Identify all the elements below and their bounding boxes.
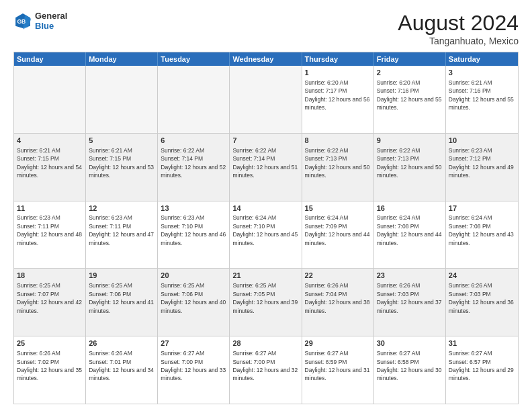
title-block: August 2024 Tanganhuato, Mexico bbox=[398, 11, 519, 46]
cell-info: Sunrise: 6:20 AMSunset: 7:17 PMDaylight:… bbox=[305, 79, 370, 111]
cell-info: Sunrise: 6:26 AMSunset: 7:03 PMDaylight:… bbox=[449, 282, 514, 314]
empty-cell bbox=[230, 66, 302, 133]
day-cell-8: 8Sunrise: 6:22 AMSunset: 7:13 PMDaylight… bbox=[302, 134, 374, 201]
day-cell-2: 2Sunrise: 6:20 AMSunset: 7:16 PMDaylight… bbox=[374, 66, 446, 133]
header-day-wednesday: Wednesday bbox=[230, 52, 302, 66]
logo: GB General Blue bbox=[13, 11, 67, 31]
day-cell-20: 20Sunrise: 6:25 AMSunset: 7:06 PMDayligh… bbox=[158, 269, 230, 336]
day-cell-19: 19Sunrise: 6:25 AMSunset: 7:06 PMDayligh… bbox=[86, 269, 158, 336]
day-number: 8 bbox=[305, 136, 371, 146]
day-number: 2 bbox=[377, 68, 443, 78]
cell-info: Sunrise: 6:22 AMSunset: 7:13 PMDaylight:… bbox=[305, 147, 370, 179]
day-cell-15: 15Sunrise: 6:24 AMSunset: 7:09 PMDayligh… bbox=[302, 201, 374, 269]
day-number: 28 bbox=[232, 338, 298, 349]
day-cell-1: 1Sunrise: 6:20 AMSunset: 7:17 PMDaylight… bbox=[302, 66, 374, 133]
day-cell-30: 30Sunrise: 6:27 AMSunset: 6:58 PMDayligh… bbox=[374, 336, 446, 404]
day-number: 27 bbox=[161, 338, 226, 349]
day-number: 14 bbox=[232, 203, 298, 214]
day-number: 26 bbox=[89, 338, 154, 349]
cell-info: Sunrise: 6:20 AMSunset: 7:16 PMDaylight:… bbox=[377, 79, 442, 111]
day-number: 7 bbox=[232, 136, 298, 146]
cell-info: Sunrise: 6:24 AMSunset: 7:09 PMDaylight:… bbox=[305, 214, 370, 246]
day-number: 11 bbox=[17, 203, 83, 214]
calendar-row-4: 25Sunrise: 6:26 AMSunset: 7:02 PMDayligh… bbox=[14, 336, 518, 404]
day-cell-24: 24Sunrise: 6:26 AMSunset: 7:03 PMDayligh… bbox=[446, 269, 518, 336]
day-number: 3 bbox=[449, 68, 515, 78]
day-cell-16: 16Sunrise: 6:24 AMSunset: 7:08 PMDayligh… bbox=[374, 201, 446, 269]
logo-text: General Blue bbox=[35, 11, 67, 31]
cell-info: Sunrise: 6:27 AMSunset: 6:57 PMDaylight:… bbox=[449, 350, 514, 381]
page: GB General Blue August 2024 Tanganhuato,… bbox=[0, 0, 532, 411]
empty-cell bbox=[14, 66, 86, 133]
header-day-sunday: Sunday bbox=[14, 52, 86, 66]
day-cell-3: 3Sunrise: 6:21 AMSunset: 7:16 PMDaylight… bbox=[446, 66, 518, 133]
day-number: 5 bbox=[89, 136, 154, 146]
calendar-row-1: 4Sunrise: 6:21 AMSunset: 7:15 PMDaylight… bbox=[14, 134, 518, 201]
cell-info: Sunrise: 6:24 AMSunset: 7:08 PMDaylight:… bbox=[449, 214, 514, 246]
day-cell-27: 27Sunrise: 6:27 AMSunset: 7:00 PMDayligh… bbox=[158, 336, 230, 404]
cell-info: Sunrise: 6:26 AMSunset: 7:01 PMDaylight:… bbox=[89, 350, 154, 381]
cell-info: Sunrise: 6:24 AMSunset: 7:08 PMDaylight:… bbox=[377, 214, 442, 246]
day-number: 12 bbox=[89, 203, 154, 214]
calendar-row-0: 1Sunrise: 6:20 AMSunset: 7:17 PMDaylight… bbox=[14, 66, 518, 134]
cell-info: Sunrise: 6:27 AMSunset: 7:00 PMDaylight:… bbox=[232, 350, 298, 381]
logo-general-text: General bbox=[35, 11, 67, 21]
cell-info: Sunrise: 6:26 AMSunset: 7:02 PMDaylight:… bbox=[17, 350, 82, 381]
day-number: 30 bbox=[377, 338, 443, 349]
header-day-thursday: Thursday bbox=[302, 52, 374, 66]
day-cell-5: 5Sunrise: 6:21 AMSunset: 7:15 PMDaylight… bbox=[86, 134, 158, 201]
month-year: August 2024 bbox=[398, 11, 519, 36]
cell-info: Sunrise: 6:27 AMSunset: 6:59 PMDaylight:… bbox=[305, 350, 370, 381]
cell-info: Sunrise: 6:22 AMSunset: 7:14 PMDaylight:… bbox=[161, 147, 226, 179]
cell-info: Sunrise: 6:25 AMSunset: 7:06 PMDaylight:… bbox=[89, 282, 154, 314]
day-cell-21: 21Sunrise: 6:25 AMSunset: 7:05 PMDayligh… bbox=[230, 269, 302, 336]
cell-info: Sunrise: 6:25 AMSunset: 7:05 PMDaylight:… bbox=[232, 282, 298, 314]
day-cell-13: 13Sunrise: 6:23 AMSunset: 7:10 PMDayligh… bbox=[158, 201, 230, 269]
calendar-row-2: 11Sunrise: 6:23 AMSunset: 7:11 PMDayligh… bbox=[14, 201, 518, 269]
calendar-row-3: 18Sunrise: 6:25 AMSunset: 7:07 PMDayligh… bbox=[14, 269, 518, 336]
day-cell-9: 9Sunrise: 6:22 AMSunset: 7:13 PMDaylight… bbox=[374, 134, 446, 201]
logo-icon: GB bbox=[13, 11, 32, 30]
day-number: 18 bbox=[17, 271, 83, 281]
day-cell-12: 12Sunrise: 6:23 AMSunset: 7:11 PMDayligh… bbox=[86, 201, 158, 269]
day-cell-10: 10Sunrise: 6:23 AMSunset: 7:12 PMDayligh… bbox=[446, 134, 518, 201]
header: GB General Blue August 2024 Tanganhuato,… bbox=[13, 11, 519, 46]
cell-info: Sunrise: 6:21 AMSunset: 7:15 PMDaylight:… bbox=[17, 147, 82, 179]
day-cell-18: 18Sunrise: 6:25 AMSunset: 7:07 PMDayligh… bbox=[14, 269, 86, 336]
calendar: SundayMondayTuesdayWednesdayThursdayFrid… bbox=[13, 52, 519, 404]
cell-info: Sunrise: 6:21 AMSunset: 7:15 PMDaylight:… bbox=[89, 147, 154, 179]
day-number: 21 bbox=[232, 271, 298, 281]
header-day-friday: Friday bbox=[374, 52, 446, 66]
header-day-tuesday: Tuesday bbox=[158, 52, 230, 66]
day-number: 24 bbox=[449, 271, 515, 281]
cell-info: Sunrise: 6:22 AMSunset: 7:13 PMDaylight:… bbox=[377, 147, 442, 179]
cell-info: Sunrise: 6:21 AMSunset: 7:16 PMDaylight:… bbox=[449, 79, 514, 111]
cell-info: Sunrise: 6:23 AMSunset: 7:11 PMDaylight:… bbox=[89, 214, 154, 246]
cell-info: Sunrise: 6:23 AMSunset: 7:12 PMDaylight:… bbox=[449, 147, 514, 179]
day-cell-31: 31Sunrise: 6:27 AMSunset: 6:57 PMDayligh… bbox=[446, 336, 518, 404]
day-cell-28: 28Sunrise: 6:27 AMSunset: 7:00 PMDayligh… bbox=[230, 336, 302, 404]
day-number: 31 bbox=[449, 338, 515, 349]
cell-info: Sunrise: 6:25 AMSunset: 7:06 PMDaylight:… bbox=[161, 282, 226, 314]
day-number: 19 bbox=[89, 271, 154, 281]
cell-info: Sunrise: 6:23 AMSunset: 7:11 PMDaylight:… bbox=[17, 214, 82, 246]
day-cell-23: 23Sunrise: 6:26 AMSunset: 7:03 PMDayligh… bbox=[374, 269, 446, 336]
svg-text:GB: GB bbox=[17, 18, 26, 25]
day-number: 13 bbox=[161, 203, 226, 214]
cell-info: Sunrise: 6:24 AMSunset: 7:10 PMDaylight:… bbox=[232, 214, 298, 246]
day-number: 9 bbox=[377, 136, 443, 146]
day-cell-11: 11Sunrise: 6:23 AMSunset: 7:11 PMDayligh… bbox=[14, 201, 86, 269]
day-cell-17: 17Sunrise: 6:24 AMSunset: 7:08 PMDayligh… bbox=[446, 201, 518, 269]
day-cell-6: 6Sunrise: 6:22 AMSunset: 7:14 PMDaylight… bbox=[158, 134, 230, 201]
cell-info: Sunrise: 6:27 AMSunset: 6:58 PMDaylight:… bbox=[377, 350, 442, 381]
day-number: 15 bbox=[305, 203, 371, 214]
cell-info: Sunrise: 6:26 AMSunset: 7:04 PMDaylight:… bbox=[305, 282, 370, 314]
day-cell-22: 22Sunrise: 6:26 AMSunset: 7:04 PMDayligh… bbox=[302, 269, 374, 336]
day-number: 4 bbox=[17, 136, 83, 146]
day-number: 29 bbox=[305, 338, 371, 349]
day-number: 17 bbox=[449, 203, 515, 214]
day-number: 6 bbox=[161, 136, 226, 146]
day-cell-14: 14Sunrise: 6:24 AMSunset: 7:10 PMDayligh… bbox=[230, 201, 302, 269]
empty-cell bbox=[86, 66, 158, 133]
day-cell-4: 4Sunrise: 6:21 AMSunset: 7:15 PMDaylight… bbox=[14, 134, 86, 201]
